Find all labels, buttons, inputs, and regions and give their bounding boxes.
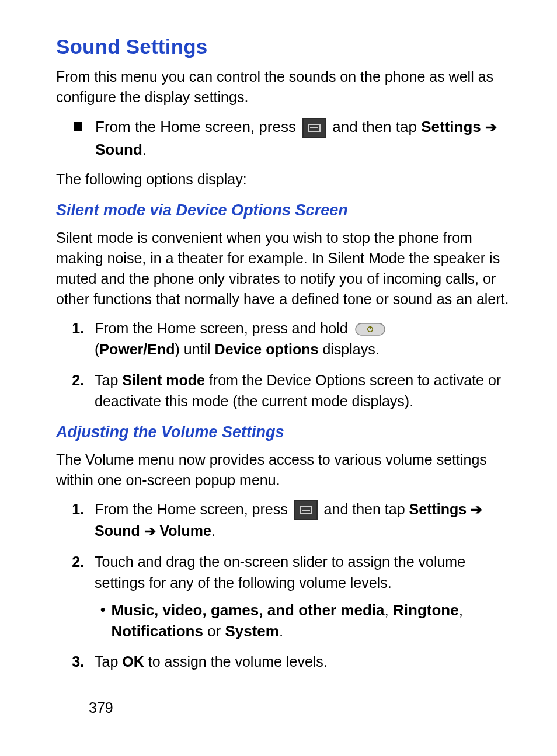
device-options-label: Device options bbox=[215, 341, 319, 357]
sound-label: Sound bbox=[95, 522, 140, 539]
settings-label: Settings bbox=[409, 501, 467, 517]
paragraph-intro: From this menu you can control the sound… bbox=[56, 67, 515, 107]
number-marker: 1. bbox=[69, 318, 84, 339]
document-page: Sound Settings From this menu you can co… bbox=[0, 0, 557, 756]
list-item-text: Music, video, games, and other media, Ri… bbox=[111, 600, 515, 642]
ordered-list-volume: 1. From the Home screen, press and then … bbox=[56, 499, 515, 673]
text: , bbox=[385, 601, 393, 619]
list-item: 3. Tap OK to assign the volume levels. bbox=[69, 651, 515, 672]
list-item: 2. Touch and drag the on-screen slider t… bbox=[69, 551, 515, 642]
list-item: 1. From the Home screen, press and hold … bbox=[69, 318, 515, 360]
settings-label: Settings bbox=[421, 118, 481, 135]
ringtone-label: Ringtone bbox=[393, 601, 459, 619]
sub-bullet-list: • Music, video, games, and other media, … bbox=[95, 600, 515, 642]
text: Touch and drag the on-screen slider to a… bbox=[95, 553, 465, 591]
arrow-icon: ➔ bbox=[485, 119, 497, 135]
menu-icon bbox=[294, 500, 318, 520]
text: From the Home screen, press bbox=[95, 118, 300, 135]
text: displays. bbox=[318, 341, 379, 357]
heading-sound-settings: Sound Settings bbox=[56, 35, 515, 58]
text: and then tap bbox=[332, 118, 421, 135]
list-item: From the Home screen, press and then tap… bbox=[74, 116, 515, 161]
heading-volume-settings: Adjusting the Volume Settings bbox=[56, 423, 515, 441]
arrow-icon: ➔ bbox=[471, 501, 482, 517]
paragraph-silent-intro: Silent mode is convenient when you wish … bbox=[56, 228, 515, 309]
text: . bbox=[211, 522, 215, 539]
list-item-text: Tap Silent mode from the Device Options … bbox=[95, 370, 515, 412]
text: ) until bbox=[175, 341, 215, 357]
list-item-text: From the Home screen, press and hold (Po… bbox=[95, 318, 515, 360]
number-marker: 2. bbox=[69, 370, 84, 391]
paragraph-following: The following options display: bbox=[56, 169, 515, 190]
text: Tap bbox=[95, 372, 122, 388]
number-marker: 1. bbox=[69, 499, 84, 520]
sound-label: Sound bbox=[95, 141, 142, 158]
text: Tap bbox=[95, 653, 122, 670]
ordered-list-silent: 1. From the Home screen, press and hold … bbox=[56, 318, 515, 412]
text: and then tap bbox=[324, 501, 409, 517]
number-marker: 2. bbox=[69, 551, 84, 572]
list-item-text: Touch and drag the on-screen slider to a… bbox=[95, 551, 515, 642]
ok-label: OK bbox=[122, 653, 144, 670]
text: , bbox=[459, 601, 463, 619]
notifications-label: Notifications bbox=[111, 622, 203, 640]
page-number: 379 bbox=[89, 699, 113, 716]
text: to assign the volume levels. bbox=[144, 653, 328, 670]
square-bullet-icon bbox=[74, 122, 82, 131]
text: From the Home screen, press and hold bbox=[95, 320, 351, 336]
list-item: • Music, video, games, and other media, … bbox=[100, 600, 515, 642]
power-end-label: Power/End bbox=[99, 341, 175, 357]
heading-silent-mode: Silent mode via Device Options Screen bbox=[56, 201, 515, 220]
text: . bbox=[279, 622, 283, 640]
svg-rect-0 bbox=[356, 323, 385, 335]
text: From the Home screen, press bbox=[95, 501, 292, 517]
system-label: System bbox=[225, 622, 279, 640]
menu-icon bbox=[302, 118, 326, 138]
list-item-text: From the Home screen, press and then tap… bbox=[95, 116, 515, 161]
list-item: 2. Tap Silent mode from the Device Optio… bbox=[69, 370, 515, 412]
text: or bbox=[203, 622, 225, 640]
text: . bbox=[142, 141, 147, 158]
bullet-list: From the Home screen, press and then tap… bbox=[56, 116, 515, 161]
arrow-icon: ➔ bbox=[144, 523, 160, 539]
volume-label: Volume bbox=[159, 522, 211, 539]
dot-bullet-icon: • bbox=[100, 600, 105, 619]
list-item-text: Tap OK to assign the volume levels. bbox=[95, 651, 515, 672]
list-item-text: From the Home screen, press and then tap… bbox=[95, 499, 515, 542]
list-item: 1. From the Home screen, press and then … bbox=[69, 499, 515, 542]
media-label: Music, video, games, and other media bbox=[111, 601, 384, 619]
number-marker: 3. bbox=[69, 651, 84, 672]
power-end-button-icon bbox=[355, 323, 385, 336]
silent-mode-label: Silent mode bbox=[122, 372, 205, 388]
paragraph-volume-intro: The Volume menu now provides access to v… bbox=[56, 450, 515, 490]
